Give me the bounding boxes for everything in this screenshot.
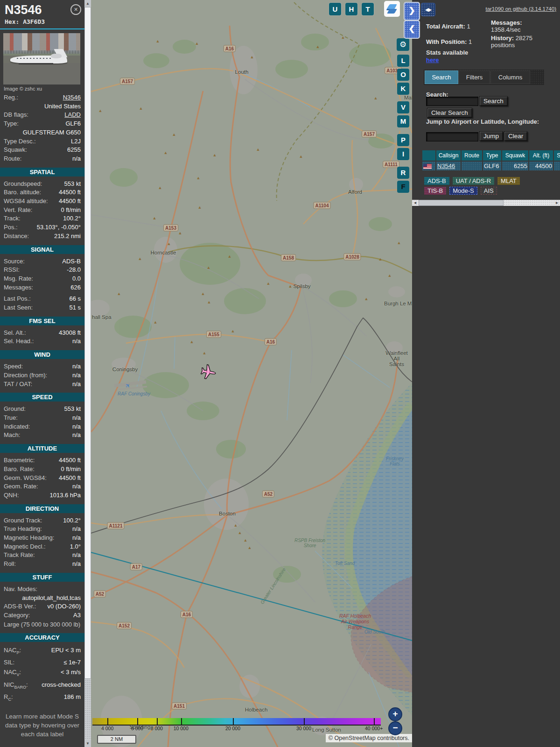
data-label: NACP: xyxy=(4,645,21,658)
scroll-down-icon[interactable]: ▼ xyxy=(84,740,91,747)
tar1090-github-link[interactable]: tar1090 on github (3.14.1740) xyxy=(485,6,556,12)
map-button-h[interactable]: H xyxy=(345,3,357,15)
data-label: WGS84 altitude: xyxy=(4,197,48,206)
column-header-spd-[interactable]: Spd. xyxy=(554,150,560,161)
close-icon[interactable]: ✕ xyxy=(70,4,81,15)
section-header-spatial: SPATIAL xyxy=(0,168,84,176)
peak-triangle-icon: ▲ xyxy=(207,265,211,270)
jump-button[interactable]: Jump xyxy=(479,131,503,141)
map-button-f[interactable]: F xyxy=(397,181,409,193)
aircraft-table-row[interactable]: N3546 GLF6 6255 44500 xyxy=(422,162,560,170)
town-label: Holbeach xyxy=(245,707,268,712)
expand-panel-icon[interactable]: ❯ xyxy=(404,2,420,21)
road-badge: A151 xyxy=(172,703,187,710)
road-badge: A157 xyxy=(362,131,377,138)
legend-modes[interactable]: Mode-S xyxy=(449,187,477,195)
legend-ais[interactable]: AIS xyxy=(481,187,497,195)
map-button-p[interactable]: P xyxy=(397,134,409,146)
selected-aircraft-icon[interactable] xyxy=(198,361,219,383)
data-value: n/a xyxy=(72,431,81,440)
gear-icon[interactable]: ⚙ xyxy=(397,38,409,51)
selected-aircraft-panel: ✕ N3546 Hex: A3F6D3 Image © zshc xu Reg.… xyxy=(0,0,84,747)
data-row: United States xyxy=(0,102,84,111)
column-header-type[interactable]: Type xyxy=(483,150,501,161)
map[interactable]: LouthMableHorncastleAlfordSpilsbyBurgh L… xyxy=(91,0,412,747)
cell-callsign[interactable]: N3546 xyxy=(436,162,461,170)
map-button-l[interactable]: L xyxy=(397,55,409,67)
data-value: n/a xyxy=(72,525,81,534)
data-value: n/a xyxy=(72,155,81,163)
data-label: Nav. Modes: xyxy=(4,585,81,594)
us-flag-icon xyxy=(423,164,432,169)
tab-search[interactable]: Search xyxy=(425,70,458,84)
messages-stat: Messages: 1358.4/sec xyxy=(491,19,547,33)
collapse-panel-icon[interactable]: ❮ xyxy=(404,20,420,39)
data-value-link[interactable]: LADD xyxy=(64,111,81,120)
column-header-alt-ft-[interactable]: Alt. (ft) xyxy=(529,150,553,161)
map-button-k[interactable]: K xyxy=(397,83,409,95)
panel-toggle-icon[interactable]: ◀▶ xyxy=(421,3,435,16)
data-label: Track: xyxy=(4,214,21,223)
map-button-t[interactable]: T xyxy=(362,3,374,15)
data-value-link[interactable]: N3546 xyxy=(63,93,81,102)
zoom-in-button[interactable]: + xyxy=(388,707,402,721)
altitude-tick-label: 6 000 xyxy=(131,726,143,731)
legend-mlat[interactable]: MLAT xyxy=(497,177,520,185)
tab-columns[interactable]: Columns xyxy=(490,70,530,84)
tab-filters[interactable]: Filters xyxy=(459,70,490,84)
legend-uat[interactable]: UAT / ADS-R xyxy=(453,177,494,185)
search-input[interactable] xyxy=(426,97,478,106)
data-value: 0 ft/min xyxy=(61,465,81,474)
clear-button[interactable]: Clear xyxy=(504,131,527,141)
layers-icon[interactable] xyxy=(384,1,400,17)
panel-tabs: SearchFiltersColumns xyxy=(424,70,544,85)
search-button[interactable]: Search xyxy=(479,96,508,106)
road-badge: A1121 xyxy=(107,522,125,529)
peak-triangle-icon: ▲ xyxy=(164,150,168,155)
section-header-speed: SPEED xyxy=(0,393,84,402)
map-button-o[interactable]: O xyxy=(397,69,409,81)
zoom-out-button[interactable]: − xyxy=(388,721,402,735)
aircraft-photo[interactable] xyxy=(3,33,80,85)
column-header-callsign[interactable]: Callsign xyxy=(436,150,461,161)
legend-tisb[interactable]: TIS-B xyxy=(424,187,446,195)
data-label: Vert. Rate: xyxy=(4,206,32,215)
peak-triangle-icon: ▲ xyxy=(397,240,401,245)
clear-search-button[interactable]: Clear Search xyxy=(427,108,472,118)
legend-adsb[interactable]: ADS-B xyxy=(424,177,449,185)
panel-scrollbar-thumb[interactable] xyxy=(419,200,504,206)
data-value: 626 xyxy=(70,283,81,292)
data-row: Magnetic Heading:n/a xyxy=(0,534,84,543)
town-label: Long Sutton xyxy=(312,727,341,733)
column-header-flag[interactable] xyxy=(422,150,435,161)
map-button-r[interactable]: R xyxy=(397,167,409,179)
data-value: n/a xyxy=(72,371,81,380)
cell-flag xyxy=(422,162,435,170)
data-label: Category: xyxy=(4,611,30,620)
column-header-squawk[interactable]: Squawk xyxy=(502,150,528,161)
data-label: Sel. Alt.: xyxy=(4,329,26,338)
stats-here-link[interactable]: here xyxy=(426,56,439,63)
callsign-link[interactable]: N3546 xyxy=(437,162,455,169)
data-row: True Heading:n/a xyxy=(0,525,84,534)
osm-attribution-link[interactable]: © OpenStreetMap contributors. xyxy=(326,734,412,742)
scroll-up-icon[interactable]: ▲ xyxy=(84,0,91,7)
data-value: A3 xyxy=(73,611,81,620)
photo-buildings xyxy=(3,33,80,52)
sidebar-scrollbar[interactable]: ▲ ▼ xyxy=(84,0,91,747)
data-label: Last Seen: xyxy=(4,303,33,312)
map-button-m[interactable]: M xyxy=(397,115,409,127)
map-button-v[interactable]: V xyxy=(397,101,409,113)
map-button-u[interactable]: U xyxy=(329,3,341,15)
source-type-legend: ADS-BUAT / ADS-RMLATTIS-BMode-SAIS xyxy=(424,177,544,195)
panel-horizontal-scrollbar[interactable]: ◄ ► xyxy=(412,200,560,206)
column-header-route[interactable]: Route xyxy=(462,150,482,161)
scroll-left-icon[interactable]: ◄ xyxy=(412,200,418,206)
sidebar-scrollbar-thumb[interactable] xyxy=(84,7,91,679)
data-row: Type Desc.:L2J xyxy=(0,137,84,146)
jump-input[interactable] xyxy=(426,132,478,141)
data-row: Large (75 000 to 300 000 lb) xyxy=(0,620,84,629)
scroll-right-icon[interactable]: ► xyxy=(554,200,560,206)
peak-triangle-icon: ▲ xyxy=(244,538,248,543)
map-button-i[interactable]: I xyxy=(397,148,409,160)
